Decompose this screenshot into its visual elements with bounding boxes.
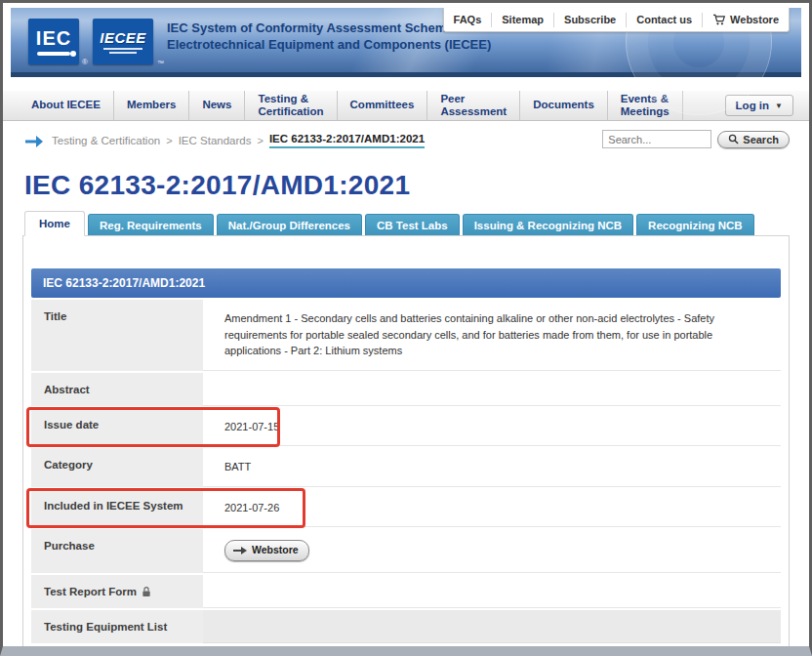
page-title: IEC 62133-2:2017/AMD1:2021 [24,170,809,201]
tab-recognizing-ncb[interactable]: Recognizing NCB [636,214,753,235]
row-label: Title [44,310,66,322]
webstore-button[interactable]: Webstore [224,540,309,561]
cart-icon [712,14,726,25]
search-box: Search [602,130,790,148]
arrow-right-icon [233,547,247,554]
iecee-logo: IECEE ™ [93,19,153,64]
top-menu-item[interactable]: Contact us [626,13,702,27]
row-label: Test Report Form [44,586,137,597]
row-value [203,373,781,406]
search-button-label: Search [743,134,779,145]
row-value: BATT [203,448,781,487]
search-input[interactable] [602,130,711,148]
lock-icon [142,586,151,597]
breadcrumb: Testing & Certification>IEC Standards>IE… [52,130,425,148]
table-row: Issue date 2021-07-15 [31,406,781,447]
breadcrumb-separator: > [257,135,263,146]
trademark-mark: ™ [157,60,164,66]
top-menu-item[interactable]: Webstore [702,13,789,27]
nav-item[interactable]: Members [114,91,190,120]
table-row: Abstract [31,371,781,406]
tab-nat-group-differences[interactable]: Nat./Group Differences [217,214,362,235]
iecee-logo-bar2 [109,52,137,54]
top-menu-item[interactable]: Subscribe [553,13,626,27]
nav-item[interactable]: Peer Assessment [427,91,520,120]
table-row: Included in IECEE System 2021-07-26 [31,487,781,528]
iec-logo: IEC ® [28,19,79,64]
table-row: Purchase Webstore [31,527,781,573]
row-label: Testing Equipment List [44,621,167,633]
iec-logo-bar [37,52,70,56]
row-label: Purchase [44,540,95,552]
tab-issuing-recognizing-ncb[interactable]: Issuing & Recognizing NCB [463,214,633,235]
row-value [203,575,781,608]
row-value [203,610,781,643]
iecee-logo-text: IECEE [100,30,146,45]
row-label: Abstract [44,384,90,395]
breadcrumb-row: Testing & Certification>IEC Standards>IE… [3,121,809,154]
row-label: Included in IECEE System [44,500,183,512]
arrow-right-icon [24,135,44,148]
table-row: Category BATT [31,446,781,487]
webstore-button-label: Webstore [252,543,299,558]
row-value: Amendment 1 - Secondary cells and batter… [203,300,781,371]
breadcrumb-separator: > [166,135,172,146]
nav-item[interactable]: About IECEE [19,91,114,120]
table-row: Test Report Form [31,573,781,608]
top-menu-item[interactable]: Sitemap [491,13,553,27]
search-button[interactable]: Search [717,131,790,148]
nav-item[interactable]: News [189,91,245,120]
row-value: Webstore [203,529,781,573]
table-row: Title Amendment 1 - Secondary cells and … [31,298,781,371]
breadcrumb-link[interactable]: IEC Standards [179,135,252,146]
top-menu-item[interactable]: FAQs [444,13,492,27]
details-header-bar: IEC 62133-2:2017/AMD1:2021 [31,268,781,298]
row-label: Issue date [44,419,99,430]
tab-reg-requirements[interactable]: Reg. Requirements [88,214,214,235]
browser-page: IEC ® IECEE ™ IEC System of Conformity A… [0,0,812,656]
tab-home[interactable]: Home [24,211,85,236]
tab-cb-test-labs[interactable]: CB Test Labs [365,214,460,235]
breadcrumb-current: IEC 62133-2:2017/AMD1:2021 [269,133,425,148]
table-row: Testing Equipment List [31,608,781,643]
row-label: Category [44,459,93,471]
search-icon [728,134,739,144]
top-utility-menu: FAQsSitemapSubscribeContact usWebstore [443,8,790,32]
chevron-down-icon: ▼ [775,102,783,110]
row-value: 2021-07-15 [203,408,781,447]
tab-bar: HomeReg. RequirementsNat./Group Differen… [24,211,809,235]
registered-mark: ® [82,58,88,66]
nav-item[interactable]: Committees [338,91,428,120]
details-rows: Title Amendment 1 - Secondary cells and … [31,298,781,643]
nav-item[interactable]: Testing & Certification [245,91,337,120]
row-value: 2021-07-26 [203,489,781,528]
nav-item[interactable]: Documents [520,91,608,120]
iec-logo-text: IEC [36,28,71,48]
details-panel: IEC 62133-2:2017/AMD1:2021 Title Amendme… [22,235,790,654]
breadcrumb-link[interactable]: Testing & Certification [52,135,160,146]
iecee-logo-bar [103,48,142,50]
